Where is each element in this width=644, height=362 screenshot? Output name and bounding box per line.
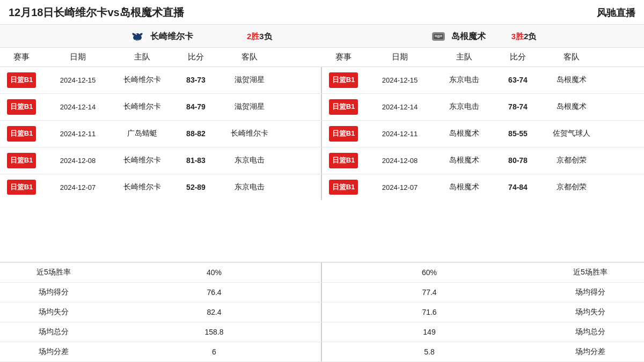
svg-point-2	[136, 34, 137, 35]
left-home-2: 广岛蜻蜓	[113, 123, 172, 144]
left-score-4: 52-89	[172, 178, 220, 197]
table-row: 日篮B1 2024-12-14 长崎维尔卡 84-79 滋贺湖星 日篮B1 20…	[0, 94, 644, 121]
right-away-3: 京都创荣	[542, 150, 601, 171]
right-home-4: 岛根魔术	[435, 177, 494, 197]
left-date-1: 2024-12-14	[43, 98, 113, 116]
stat-label-left-3: 场均总分	[0, 322, 107, 342]
team-right: 岛根魔术 3胜2负	[322, 28, 644, 45]
stat-value-right-1: 77.4	[322, 283, 537, 301]
stat-row-0: 近5场胜率 40% 60% 近5场胜率	[0, 263, 644, 283]
team-right-loss: 2负	[524, 32, 536, 41]
left-event-badge-4: 日篮B1	[7, 180, 36, 195]
right-event-badge-1: 日篮B1	[329, 99, 358, 115]
right-score-4: 74-84	[494, 178, 542, 197]
left-event-3: 日篮B1	[0, 147, 43, 174]
data-row-left-1: 日篮B1 2024-12-14 长崎维尔卡 84-79 滋贺湖星	[0, 94, 322, 120]
stat-value-left-2: 82.4	[107, 303, 321, 321]
left-away-0: 滋贺湖星	[220, 70, 279, 90]
stat-row-4: 场均分差 6 5.8 场均分差	[0, 342, 644, 362]
stat-row-1: 场均得分 76.4 77.4 场均得分	[0, 283, 644, 302]
stat-label-left-0: 近5场胜率	[0, 263, 107, 282]
left-score-1: 84-79	[172, 97, 220, 116]
right-away-1: 岛根魔术	[542, 97, 601, 117]
col-header-away-left: 客队	[220, 48, 279, 67]
team-row: NAGASAKI 长崎维尔卡 2胜3负 岛根魔术 3胜2负	[0, 25, 644, 48]
left-date-0: 2024-12-15	[43, 71, 113, 90]
left-home-3: 长崎维尔卡	[113, 150, 172, 171]
right-date-3: 2024-12-08	[365, 151, 435, 170]
left-away-1: 滋贺湖星	[220, 97, 279, 117]
stat-label-right-1: 场均得分	[537, 283, 644, 302]
right-event-0: 日篮B1	[322, 67, 365, 93]
stat-left-2: 场均失分 82.4	[0, 302, 322, 322]
stat-row-2: 场均失分 82.4 71.6 场均失分	[0, 302, 644, 322]
left-away-4: 东京电击	[220, 177, 279, 197]
stat-left-3: 场均总分 158.8	[0, 322, 322, 342]
right-date-1: 2024-12-14	[365, 98, 435, 116]
left-event-badge-3: 日篮B1	[7, 153, 36, 168]
stat-value-left-3: 158.8	[107, 323, 321, 341]
col-headers-right: 赛事 日期 主队 比分 客队	[322, 48, 644, 67]
team-left-record: 2胜3负	[247, 32, 272, 42]
left-score-3: 81-83	[172, 151, 220, 170]
col-header-score-left: 比分	[172, 48, 220, 67]
stat-label-right-3: 场均总分	[537, 322, 644, 342]
svg-point-6	[437, 35, 440, 38]
col-header-event-right: 赛事	[322, 48, 365, 67]
right-event-1: 日篮B1	[322, 94, 365, 120]
page: 12月18日长崎维尔卡vs岛根魔术直播 风驰直播 NAGASAKI 长崎维尔卡 …	[0, 0, 644, 362]
right-score-2: 85-55	[494, 124, 542, 143]
team-right-name: 岛根魔术	[451, 31, 486, 42]
right-home-3: 岛根魔术	[435, 150, 494, 171]
left-event-badge-0: 日篮B1	[7, 72, 36, 88]
right-event-2: 日篮B1	[322, 121, 365, 147]
table-row: 日篮B1 2024-12-15 长崎维尔卡 83-73 滋贺湖星 日篮B1 20…	[0, 67, 644, 94]
col-header-away-right: 客队	[542, 48, 601, 67]
data-row-left-2: 日篮B1 2024-12-11 广岛蜻蜓 88-82 长崎维尔卡	[0, 121, 322, 147]
col-header-date-left: 日期	[43, 48, 113, 67]
svg-text:NAGASAKI: NAGASAKI	[130, 39, 145, 42]
right-score-1: 78-74	[494, 97, 542, 116]
stat-label-left-1: 场均得分	[0, 283, 107, 302]
right-away-0: 岛根魔术	[542, 70, 601, 90]
brand-label: 风驰直播	[597, 6, 635, 19]
data-row-right-3: 日篮B1 2024-12-08 岛根魔术 80-78 京都创荣	[322, 147, 644, 174]
left-home-0: 长崎维尔卡	[113, 70, 172, 90]
stat-left-1: 场均得分 76.4	[0, 283, 322, 302]
left-home-4: 长崎维尔卡	[113, 177, 172, 197]
stat-value-right-4: 5.8	[322, 343, 537, 361]
right-home-0: 东京电击	[435, 70, 494, 90]
right-event-badge-0: 日篮B1	[329, 72, 358, 88]
team-left-win: 2胜	[247, 32, 259, 41]
left-event-2: 日篮B1	[0, 121, 43, 147]
data-rows: 日篮B1 2024-12-15 长崎维尔卡 83-73 滋贺湖星 日篮B1 20…	[0, 67, 644, 262]
right-away-4: 京都创荣	[542, 177, 601, 197]
left-date-2: 2024-12-11	[43, 124, 113, 143]
right-score-0: 63-74	[494, 70, 542, 90]
stat-value-right-2: 71.6	[322, 303, 537, 321]
right-event-badge-4: 日篮B1	[329, 180, 358, 195]
data-row-left-4: 日篮B1 2024-12-07 长崎维尔卡 52-89 东京电击	[0, 174, 322, 201]
stat-right-2: 71.6 场均失分	[322, 302, 644, 322]
svg-point-1	[135, 33, 140, 36]
col-header-home-left: 主队	[113, 48, 172, 67]
stat-value-right-3: 149	[322, 323, 537, 341]
right-home-2: 岛根魔术	[435, 123, 494, 144]
col-headers: 赛事 日期 主队 比分 客队 赛事 日期 主队 比分 客队	[0, 48, 644, 67]
right-score-3: 80-78	[494, 151, 542, 170]
right-event-badge-2: 日篮B1	[329, 126, 358, 142]
data-row-right-4: 日篮B1 2024-12-07 岛根魔术 74-84 京都创荣	[322, 174, 644, 201]
svg-rect-8	[440, 35, 442, 37]
right-date-4: 2024-12-07	[365, 178, 435, 197]
stat-label-left-2: 场均失分	[0, 302, 107, 322]
data-row-left-3: 日篮B1 2024-12-08 长崎维尔卡 81-83 东京电击	[0, 147, 322, 174]
col-header-score-right: 比分	[494, 48, 542, 67]
left-score-2: 88-82	[172, 124, 220, 143]
left-date-4: 2024-12-07	[43, 178, 113, 197]
left-score-0: 83-73	[172, 70, 220, 90]
stat-right-3: 149 场均总分	[322, 322, 644, 342]
left-home-1: 长崎维尔卡	[113, 97, 172, 117]
data-row-right-2: 日篮B1 2024-12-11 岛根魔术 85-55 佐贺气球人	[322, 121, 644, 147]
team-right-icon	[430, 28, 447, 45]
stat-value-left-0: 40%	[107, 263, 321, 282]
